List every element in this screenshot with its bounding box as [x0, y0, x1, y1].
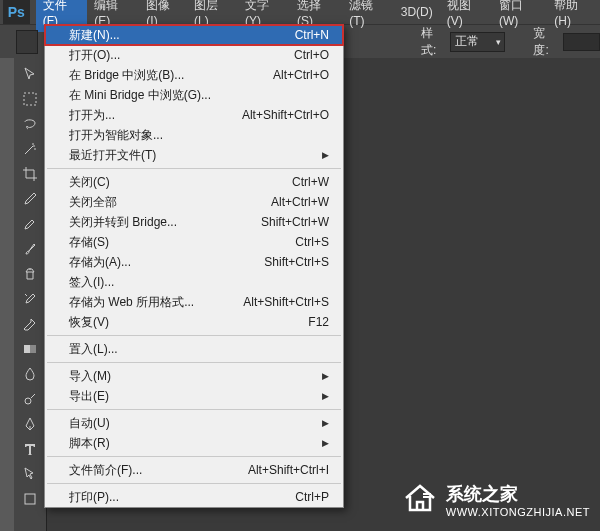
menu-item-4[interactable]: 打开为...Alt+Shift+Ctrl+O: [45, 105, 343, 125]
menu-item-shortcut: Ctrl+W: [292, 175, 329, 189]
toolbar: [14, 58, 47, 531]
menu-item-label: 存储(S): [69, 234, 109, 251]
width-input[interactable]: [563, 33, 600, 51]
type-tool-icon[interactable]: [17, 437, 43, 461]
menu-item-14[interactable]: 存储为 Web 所用格式...Alt+Shift+Ctrl+S: [45, 292, 343, 312]
menu-item-shortcut: Alt+Shift+Ctrl+I: [248, 463, 329, 477]
watermark-url: WWW.XITONGZHIJIA.NET: [446, 506, 590, 518]
menu-item-label: 导入(M): [69, 368, 111, 385]
crop-tool-icon[interactable]: [17, 162, 43, 186]
menu-item-11[interactable]: 存储(S)Ctrl+S: [45, 232, 343, 252]
menu-filter[interactable]: 滤镜(T): [342, 0, 394, 32]
menu-item-shortcut: Alt+Shift+Ctrl+S: [243, 295, 329, 309]
submenu-arrow-icon: ▶: [322, 418, 329, 428]
menu-3d[interactable]: 3D(D): [394, 1, 440, 23]
eraser-tool-icon[interactable]: [17, 312, 43, 336]
menu-item-8[interactable]: 关闭(C)Ctrl+W: [45, 172, 343, 192]
shape-tool-icon[interactable]: [17, 487, 43, 511]
marquee-tool-icon[interactable]: [17, 87, 43, 111]
menu-view[interactable]: 视图(V): [440, 0, 492, 32]
menu-item-label: 存储为 Web 所用格式...: [69, 294, 194, 311]
menu-item-6[interactable]: 最近打开文件(T)▶: [45, 145, 343, 165]
gradient-tool-icon[interactable]: [17, 337, 43, 361]
menu-item-shortcut: Ctrl+N: [295, 28, 329, 42]
menu-item-1[interactable]: 打开(O)...Ctrl+O: [45, 45, 343, 65]
menu-item-label: 打开为...: [69, 107, 115, 124]
submenu-arrow-icon: ▶: [322, 150, 329, 160]
app-logo: Ps: [3, 0, 30, 24]
menu-item-label: 打开为智能对象...: [69, 127, 163, 144]
menu-item-shortcut: Alt+Ctrl+W: [271, 195, 329, 209]
house-icon: [400, 478, 440, 521]
menu-item-12[interactable]: 存储为(A)...Shift+Ctrl+S: [45, 252, 343, 272]
menu-item-label: 在 Mini Bridge 中浏览(G)...: [69, 87, 211, 104]
menu-item-22[interactable]: 自动(U)▶: [45, 413, 343, 433]
menu-item-shortcut: F12: [308, 315, 329, 329]
menu-item-label: 新建(N)...: [69, 27, 120, 44]
menu-separator: [47, 335, 341, 336]
menu-item-19[interactable]: 导入(M)▶: [45, 366, 343, 386]
menu-item-label: 最近打开文件(T): [69, 147, 156, 164]
style-select[interactable]: 正常 ▾: [450, 32, 505, 52]
menu-item-label: 关闭(C): [69, 174, 110, 191]
pen-tool-icon[interactable]: [17, 412, 43, 436]
side-strip: [0, 58, 14, 531]
menu-item-23[interactable]: 脚本(R)▶: [45, 433, 343, 453]
brush-tool-icon[interactable]: [17, 237, 43, 261]
menu-item-label: 自动(U): [69, 415, 110, 432]
menu-item-9[interactable]: 关闭全部Alt+Ctrl+W: [45, 192, 343, 212]
width-label: 宽度:: [529, 25, 558, 59]
chevron-down-icon: ▾: [496, 37, 504, 47]
healing-tool-icon[interactable]: [17, 212, 43, 236]
watermark: 系统之家 WWW.XITONGZHIJIA.NET: [400, 478, 590, 521]
menu-item-3[interactable]: 在 Mini Bridge 中浏览(G)...: [45, 85, 343, 105]
menu-item-shortcut: Shift+Ctrl+W: [261, 215, 329, 229]
menu-item-10[interactable]: 关闭并转到 Bridge...Shift+Ctrl+W: [45, 212, 343, 232]
blur-tool-icon[interactable]: [17, 362, 43, 386]
menu-separator: [47, 168, 341, 169]
menu-item-label: 打开(O)...: [69, 47, 120, 64]
menu-separator: [47, 456, 341, 457]
lasso-tool-icon[interactable]: [17, 112, 43, 136]
svg-rect-2: [24, 345, 30, 353]
menu-item-label: 关闭并转到 Bridge...: [69, 214, 177, 231]
menu-separator: [47, 362, 341, 363]
menu-item-label: 置入(L)...: [69, 341, 118, 358]
menu-item-shortcut: Alt+Ctrl+O: [273, 68, 329, 82]
menu-item-25[interactable]: 文件简介(F)...Alt+Shift+Ctrl+I: [45, 460, 343, 480]
wand-tool-icon[interactable]: [17, 137, 43, 161]
menu-item-0[interactable]: 新建(N)...Ctrl+N: [45, 25, 343, 45]
submenu-arrow-icon: ▶: [322, 391, 329, 401]
menu-item-label: 关闭全部: [69, 194, 117, 211]
menu-item-5[interactable]: 打开为智能对象...: [45, 125, 343, 145]
style-value: 正常: [455, 33, 479, 50]
menu-item-15[interactable]: 恢复(V)F12: [45, 312, 343, 332]
dodge-tool-icon[interactable]: [17, 387, 43, 411]
watermark-title: 系统之家: [446, 482, 590, 506]
menu-item-27[interactable]: 打印(P)...Ctrl+P: [45, 487, 343, 507]
clone-tool-icon[interactable]: [17, 262, 43, 286]
path-tool-icon[interactable]: [17, 462, 43, 486]
menu-item-label: 打印(P)...: [69, 489, 119, 506]
menu-item-17[interactable]: 置入(L)...: [45, 339, 343, 359]
menu-item-label: 存储为(A)...: [69, 254, 131, 271]
move-tool-icon[interactable]: [17, 62, 43, 86]
eyedropper-tool-icon[interactable]: [17, 187, 43, 211]
menu-separator: [47, 409, 341, 410]
style-label: 样式:: [417, 25, 446, 59]
svg-rect-0: [24, 93, 36, 105]
menu-item-shortcut: Ctrl+S: [295, 235, 329, 249]
menu-item-shortcut: Ctrl+O: [294, 48, 329, 62]
menu-item-20[interactable]: 导出(E)▶: [45, 386, 343, 406]
menu-item-label: 脚本(R): [69, 435, 110, 452]
menu-item-2[interactable]: 在 Bridge 中浏览(B)...Alt+Ctrl+O: [45, 65, 343, 85]
svg-rect-4: [25, 494, 35, 504]
submenu-arrow-icon: ▶: [322, 438, 329, 448]
menu-item-label: 恢复(V): [69, 314, 109, 331]
menu-item-label: 文件简介(F)...: [69, 462, 142, 479]
menu-bar: Ps 文件(F) 编辑(E) 图像(I) 图层(L) 文字(Y) 选择(S) 滤…: [0, 0, 600, 24]
history-brush-icon[interactable]: [17, 287, 43, 311]
menu-item-13[interactable]: 签入(I)...: [45, 272, 343, 292]
menu-item-shortcut: Ctrl+P: [295, 490, 329, 504]
tool-preset-icon[interactable]: [16, 30, 38, 54]
